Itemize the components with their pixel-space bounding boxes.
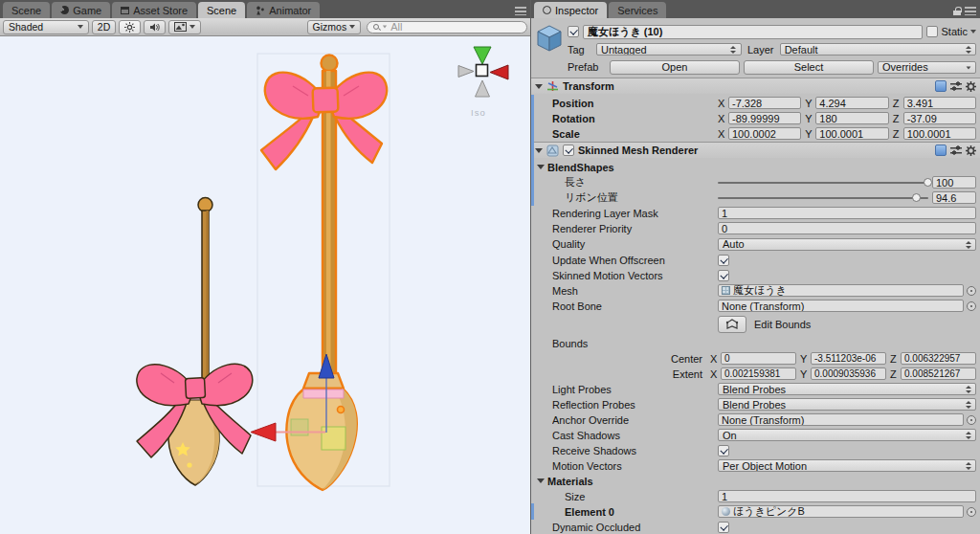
tag-dropdown[interactable]: Untagged [596,43,742,56]
tab-inspector[interactable]: Inspector [534,2,607,18]
gizmo-center-cube[interactable] [477,65,488,77]
blendshape-length-slider[interactable] [718,176,928,189]
preset-icon[interactable] [950,81,962,91]
skinned-motion-vectors-checkbox[interactable] [718,270,729,281]
materials-foldout-row[interactable]: Materials [531,474,980,488]
tab-game[interactable]: Game [52,2,110,18]
update-when-offscreen-checkbox[interactable] [718,255,729,266]
gizmo-gray-cone-left[interactable] [458,66,474,78]
gear-icon[interactable] [966,81,976,92]
anchor-override-object-field[interactable]: None (Transform) [718,413,964,426]
broom-left[interactable] [137,198,253,486]
layer-dropdown[interactable]: Default [780,43,976,56]
gizmos-dropdown[interactable]: Gizmos [307,20,362,34]
blendshape-ribbon-value-field[interactable]: 94.6 [932,191,976,204]
plane-handle-xy[interactable] [322,427,345,450]
slider-thumb[interactable] [912,193,921,202]
gameobject-name-field[interactable]: 魔女ほうき (10) [583,25,923,39]
blendshape-ribbon-slider[interactable] [718,191,928,204]
receive-shadows-checkbox[interactable] [718,445,729,456]
bounds-extent-y-field[interactable]: 0.0009035936 [811,367,886,380]
gizmo-x-cone[interactable] [490,65,508,79]
materials-size-field[interactable]: 1 [718,490,976,502]
mesh-object-field[interactable]: 魔女ほうき [718,284,964,297]
bounds-extent-x-field[interactable]: 0.002159381 [721,367,796,380]
object-picker-icon[interactable] [967,415,976,425]
position-x-field[interactable]: -7.328 [728,97,801,109]
lock-icon[interactable] [953,7,961,15]
scene-lighting-button[interactable] [119,20,141,34]
foldout-icon[interactable] [535,84,543,89]
static-checkbox[interactable] [926,26,938,37]
bounds-center-y-field[interactable]: -3.511203e-06 [811,352,886,365]
rotation-z-field[interactable]: -37.09 [903,112,976,124]
prefab-overrides-dropdown[interactable]: Overrides [878,61,976,74]
scale-row: Scale X 100.0002 Y 100.0001 Z 100.0001 [531,126,980,141]
renderer-priority-field[interactable]: 0 [718,222,976,234]
motion-vectors-dropdown[interactable]: Per Object Motion [718,459,976,472]
tab-scene-2-active[interactable]: Scene [198,2,245,18]
scale-x-field[interactable]: 100.0002 [728,127,801,140]
projection-mode-label[interactable]: Iso [471,107,486,118]
object-picker-icon[interactable] [967,286,976,296]
static-chevron-icon[interactable] [970,30,976,33]
tab-services[interactable]: Services [609,2,666,18]
pane-menu-icon[interactable] [965,7,976,15]
scene-search-input[interactable]: All [367,21,527,33]
dynamic-occluded-checkbox[interactable] [718,522,729,533]
x-axis-arrow[interactable] [251,423,276,441]
reflection-probes-dropdown[interactable]: Blend Probes [718,398,976,411]
speaker-icon [149,22,160,33]
gizmo-y-cone[interactable] [474,47,491,64]
foldout-icon[interactable] [537,478,545,483]
gizmo-gray-cone-bottom[interactable] [476,80,490,97]
slider-thumb[interactable] [924,178,932,187]
scale-z-field[interactable]: 100.0001 [903,127,976,140]
prefab-select-button[interactable]: Select [744,60,874,75]
tab-scene-1[interactable]: Scene [3,2,50,18]
bounds-center-x-field[interactable]: 0 [721,352,796,365]
orientation-gizmo[interactable] [458,47,508,97]
blendshape-length-value-field[interactable]: 100 [932,176,976,189]
blendshapes-foldout-row[interactable]: BlendShapes [531,160,980,174]
preset-icon[interactable] [950,145,962,155]
toggle-2d-button[interactable]: 2D [92,20,116,34]
help-icon[interactable] [935,80,947,92]
rotation-x-field[interactable]: -89.99999 [728,112,801,124]
element0-object-field[interactable]: ほうきピンクB [718,505,964,518]
scene-audio-button[interactable] [144,20,166,34]
prefab-open-button[interactable]: Open [610,60,740,75]
edit-bounds-button[interactable] [718,316,746,333]
transform-header[interactable]: Transform [531,78,980,94]
broom-right-selected[interactable] [261,56,387,491]
foldout-icon[interactable] [535,148,543,153]
scene-viewport[interactable]: Iso [0,36,530,534]
object-picker-icon[interactable] [967,301,976,311]
value-text: 4.294 [819,98,846,109]
skinned-mesh-renderer-header[interactable]: Skinned Mesh Renderer [531,142,980,158]
root-bone-object-field[interactable]: None (Transform) [718,300,964,312]
help-icon[interactable] [935,145,947,156]
light-probes-dropdown[interactable]: Blend Probes [718,383,976,395]
quality-dropdown[interactable]: Auto [718,238,976,251]
rotation-y-field[interactable]: 180 [815,112,888,124]
gear-icon[interactable] [966,145,976,156]
object-picker-icon[interactable] [967,507,976,517]
shading-mode-dropdown[interactable]: Shaded [3,20,89,34]
value-text: 0.0009035936 [814,368,876,379]
position-z-field[interactable]: 3.491 [903,97,976,109]
scale-y-field[interactable]: 100.0001 [815,127,888,140]
scene-effects-button[interactable] [168,20,201,34]
pane-menu-icon[interactable] [515,7,526,15]
value-text: Blend Probes [723,399,786,411]
tab-animator[interactable]: Animator [247,2,320,18]
position-y-field[interactable]: 4.294 [815,97,888,109]
bounds-extent-z-field[interactable]: 0.008521267 [901,367,976,380]
gameobject-active-checkbox[interactable] [568,26,579,37]
cast-shadows-dropdown[interactable]: On [718,429,976,441]
bounds-center-z-field[interactable]: 0.006322957 [901,352,976,365]
component-enabled-checkbox[interactable] [563,145,574,156]
rendering-layer-mask-field[interactable]: 1 [718,207,976,219]
foldout-icon[interactable] [537,165,545,169]
tab-asset-store[interactable]: Asset Store [112,2,196,18]
